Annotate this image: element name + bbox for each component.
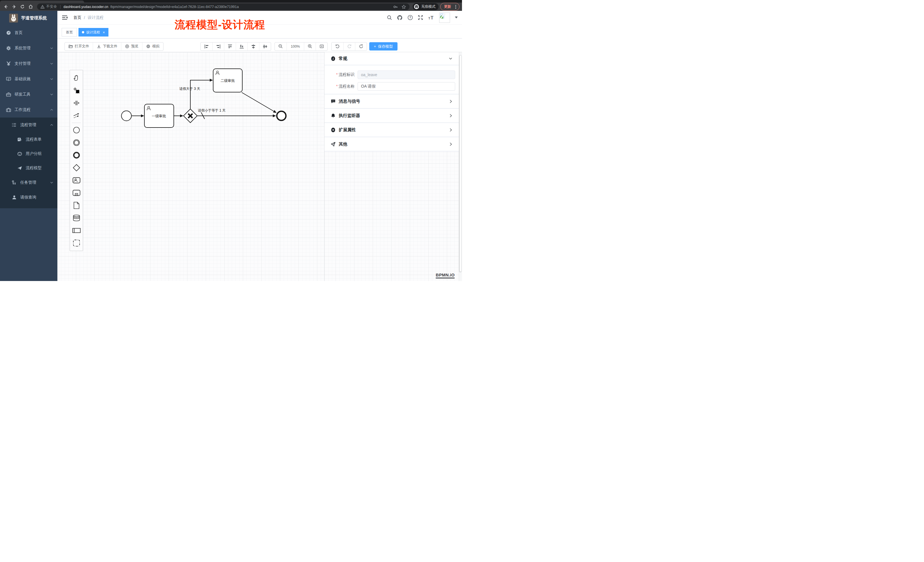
sidebar-item-label: 流程表单 (26, 137, 42, 142)
sidebar-item-workflow[interactable]: 工作流程 (0, 102, 57, 117)
avatar[interactable] (439, 12, 450, 23)
preview-button[interactable]: 预览 (121, 42, 142, 51)
incognito-label: 无痕模式 (421, 4, 435, 9)
section-message-signal[interactable]: 消息与信号 (324, 94, 459, 109)
sidebar-item-system[interactable]: 系统管理 (0, 40, 57, 56)
browser-menu-icon[interactable] (454, 4, 458, 9)
sidebar-item-user-group[interactable]: 用户分组 (0, 147, 57, 161)
sidebar-item-leave-query[interactable]: 请假查询 (0, 190, 57, 205)
security-label: 不安全 (46, 4, 57, 9)
align-right-button[interactable] (212, 42, 224, 51)
flow-label-le1[interactable]: 请假小于等于 1 天 (198, 108, 225, 112)
browser-update-button[interactable]: 更新 (440, 3, 459, 10)
message-icon (331, 99, 336, 104)
list-tree-icon (12, 122, 17, 127)
forward-button[interactable] (11, 3, 17, 10)
sidebar-item-devtools[interactable]: 研发工具 (0, 87, 57, 102)
process-key-input[interactable] (357, 70, 455, 79)
sidebar-item-label: 基础设施 (15, 76, 30, 82)
bpmn-io-watermark[interactable]: BPMN.iO (436, 273, 454, 279)
open-file-button[interactable]: 打开文件 (65, 42, 93, 51)
save-model-button[interactable]: + 保存模型 (369, 42, 398, 51)
svg-text:T: T (428, 16, 430, 20)
bpmn-canvas[interactable]: 一级审批 二级审批 (57, 52, 324, 281)
flow-gateway-to-task2[interactable] (190, 80, 213, 109)
tab-close-icon[interactable]: × (103, 30, 105, 34)
exclusive-gateway[interactable] (183, 109, 197, 123)
caret-down-icon[interactable] (455, 16, 458, 18)
start-event[interactable] (122, 111, 132, 121)
back-button[interactable] (3, 3, 9, 10)
font-size-icon[interactable]: TT (428, 15, 434, 20)
browser-chrome: 不安全 dashboard.yudao.iocoder.cn/bpm/manag… (0, 0, 462, 11)
align-top-button[interactable] (224, 42, 236, 51)
password-key-icon[interactable] (393, 4, 398, 9)
zoom-reset-button[interactable] (316, 42, 327, 51)
history-button-group (331, 42, 367, 51)
bell-icon (331, 113, 336, 118)
simulate-button[interactable]: 模拟 (142, 42, 163, 51)
robot-face-icon (17, 151, 22, 156)
align-right-icon (216, 44, 221, 49)
fullscreen-icon[interactable] (418, 15, 423, 20)
align-center-vertical-icon (262, 44, 268, 49)
reload-button[interactable] (19, 3, 26, 10)
tab-home[interactable]: 首页 (62, 28, 77, 36)
chevron-right-icon (449, 128, 453, 132)
process-name-input[interactable] (357, 82, 455, 91)
redo-button[interactable] (343, 42, 355, 51)
flow-task2-to-end[interactable] (242, 93, 276, 113)
zoom-out-button[interactable] (275, 42, 286, 51)
sidebar-item-label: 任务管理 (20, 180, 36, 185)
chevron-down-icon (50, 181, 53, 184)
sidebar-item-label: 流程管理 (20, 122, 36, 127)
user-task-level2[interactable]: 二级审批 (213, 69, 242, 92)
sidebar-item-process-manage[interactable]: 流程管理 (0, 117, 57, 132)
help-icon[interactable]: ? (408, 15, 413, 20)
header-actions: ? TT (387, 12, 458, 23)
url-bar[interactable]: 不安全 dashboard.yudao.iocoder.cn/bpm/manag… (37, 3, 410, 10)
browser-tab[interactable] (0, 1, 84, 3)
workspace: 一级审批 二级审批 (57, 52, 462, 281)
app-logo (9, 14, 18, 22)
gear-icon (6, 46, 11, 51)
sidebar-item-infra[interactable]: 基础设施 (0, 71, 57, 87)
yen-icon (6, 61, 11, 66)
flow-label-gt3[interactable]: 请假大于 3 天 (179, 87, 200, 91)
align-center-vertical-button[interactable] (259, 42, 271, 51)
sidebar-item-process-form[interactable]: 流程表单 (0, 132, 57, 147)
undo-icon (335, 44, 340, 49)
sidebar-item-home[interactable]: 首页 (0, 25, 57, 40)
undo-button[interactable] (332, 42, 343, 51)
paper-plane-icon (17, 165, 22, 171)
browser-tabstrip (0, 0, 462, 3)
restart-button[interactable] (355, 42, 367, 51)
align-center-horizontal-button[interactable] (248, 42, 259, 51)
sidebar-item-process-model[interactable]: 流程模型 (0, 161, 57, 175)
section-other[interactable]: 其他 (324, 137, 459, 151)
scrollbar-thumb[interactable] (459, 55, 462, 272)
home-button[interactable] (27, 3, 34, 10)
github-icon[interactable] (397, 15, 403, 21)
user-task-level1[interactable]: 一级审批 (144, 104, 174, 127)
section-general[interactable]: i 常规 (324, 52, 459, 65)
zoom-in-button[interactable] (304, 42, 316, 51)
align-left-button[interactable] (201, 42, 212, 51)
tab-design-process[interactable]: 设计流程 × (78, 28, 108, 36)
bookmark-star-icon[interactable] (402, 4, 406, 9)
sidebar-collapse-icon[interactable] (62, 15, 68, 20)
svg-text:一级审批: 一级审批 (152, 114, 166, 118)
bpmn-diagram: 一级审批 二级审批 (57, 52, 324, 281)
breadcrumb-home[interactable]: 首页 (74, 15, 81, 20)
preview-eye-icon (125, 44, 129, 48)
sidebar-item-task-manage[interactable]: 任务管理 (0, 175, 57, 190)
sidebar-item-label: 支付管理 (15, 61, 30, 66)
download-file-button[interactable]: 下载文件 (93, 42, 121, 51)
plus-icon: + (374, 44, 376, 48)
section-execution-listener[interactable]: 执行监听器 (324, 109, 459, 123)
search-icon[interactable] (387, 15, 392, 20)
align-bottom-button[interactable] (236, 42, 248, 51)
section-extension-attrs[interactable]: 扩展属性 (324, 123, 459, 137)
sidebar-item-payment[interactable]: 支付管理 (0, 56, 57, 71)
end-event[interactable] (277, 111, 286, 120)
